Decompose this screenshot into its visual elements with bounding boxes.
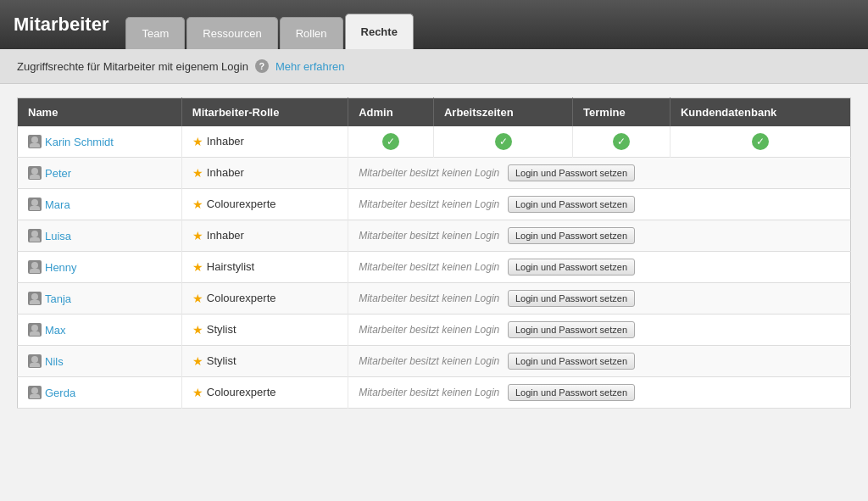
employee-role-cell: ★Colourexperte	[181, 283, 348, 315]
no-login-cell: Mitarbeiter besitzt keinen Login Login u…	[348, 315, 851, 346]
no-login-cell: Mitarbeiter besitzt keinen Login Login u…	[348, 377, 851, 409]
col-header-admin: Admin	[348, 98, 434, 127]
set-login-button[interactable]: Login und Passwort setzen	[508, 164, 635, 181]
no-login-text: Mitarbeiter besitzt keinen Login	[359, 324, 499, 336]
tab-rollen[interactable]: Rollen	[280, 17, 343, 49]
employee-icon	[28, 323, 42, 337]
role-text: Stylist	[207, 323, 236, 336]
employee-name-link[interactable]: Mara	[45, 198, 70, 211]
info-bar: Zugriffsrechte für Mitarbeiter mit eigen…	[0, 49, 868, 84]
employee-role-cell: ★Inhaber	[181, 220, 348, 252]
employee-icon	[28, 354, 42, 368]
no-login-text: Mitarbeiter besitzt keinen Login	[359, 230, 499, 242]
header-row: NameMitarbeiter-RolleAdminArbeitszeitenT…	[18, 98, 851, 127]
role-text: Hairstylist	[207, 260, 254, 273]
employee-role-cell: ★Colourexperte	[181, 189, 348, 220]
help-icon[interactable]: ?	[255, 59, 269, 73]
employee-icon	[28, 229, 42, 242]
col-header-kundendatenbank: Kundendatenbank	[670, 98, 850, 127]
star-icon: ★	[192, 354, 203, 368]
role-text: Colourexperte	[207, 386, 276, 398]
employee-icon	[28, 135, 42, 148]
set-login-button[interactable]: Login und Passwort setzen	[508, 353, 635, 370]
termine-cell	[573, 126, 670, 158]
role-text: Colourexperte	[207, 198, 276, 210]
employee-role-cell: ★Colourexperte	[181, 377, 348, 409]
employee-name-link[interactable]: Nils	[45, 355, 64, 368]
employee-icon	[28, 166, 42, 180]
check-icon	[382, 133, 399, 150]
employee-name-cell: Max	[18, 315, 182, 346]
employee-name-cell: Henny	[18, 252, 182, 283]
check-icon	[613, 133, 630, 150]
no-login-text: Mitarbeiter besitzt keinen Login	[359, 261, 499, 273]
employee-name-cell: Luisa	[18, 220, 182, 252]
table-row: Peter ★Inhaber Mitarbeiter besitzt keine…	[18, 158, 851, 189]
mehr-erfahren-link[interactable]: Mehr erfahren	[275, 60, 345, 73]
employee-name-cell: Karin Schmidt	[18, 126, 182, 158]
set-login-button[interactable]: Login und Passwort setzen	[508, 227, 635, 244]
employee-name-link[interactable]: Max	[45, 324, 66, 337]
table-header: NameMitarbeiter-RolleAdminArbeitszeitenT…	[18, 98, 851, 127]
star-icon: ★	[192, 292, 203, 305]
table-row: Max ★Stylist Mitarbeiter besitzt keinen …	[18, 315, 851, 346]
employee-name-link[interactable]: Luisa	[45, 230, 71, 242]
employee-name-cell: Tanja	[18, 283, 182, 315]
arbeitszeiten-cell	[433, 126, 572, 158]
table-wrapper: NameMitarbeiter-RolleAdminArbeitszeitenT…	[0, 84, 868, 422]
no-login-cell: Mitarbeiter besitzt keinen Login Login u…	[348, 158, 851, 189]
employee-icon	[28, 292, 42, 305]
employee-role-cell: ★Inhaber	[181, 158, 348, 189]
role-text: Colourexperte	[207, 292, 276, 304]
tab-bar: TeamRessourcenRollenRechte	[125, 0, 413, 49]
no-login-text: Mitarbeiter besitzt keinen Login	[359, 292, 499, 304]
header: Mitarbeiter TeamRessourcenRollenRechte	[0, 0, 868, 49]
no-login-cell: Mitarbeiter besitzt keinen Login Login u…	[348, 346, 851, 377]
tab-rechte[interactable]: Rechte	[345, 14, 414, 49]
set-login-button[interactable]: Login und Passwort setzen	[508, 290, 635, 307]
content-area: Zugriffsrechte für Mitarbeiter mit eigen…	[0, 49, 868, 501]
col-header-name: Name	[18, 98, 182, 127]
employee-name-link[interactable]: Tanja	[45, 292, 71, 305]
table-body: Karin Schmidt ★Inhaber Peter ★Inhaber Mi…	[18, 126, 851, 409]
table-row: Henny ★Hairstylist Mitarbeiter besitzt k…	[18, 252, 851, 283]
employee-icon	[28, 386, 42, 399]
set-login-button[interactable]: Login und Passwort setzen	[508, 321, 635, 338]
table-row: Nils ★Stylist Mitarbeiter besitzt keinen…	[18, 346, 851, 377]
employee-name-cell: Gerda	[18, 377, 182, 409]
no-login-text: Mitarbeiter besitzt keinen Login	[359, 387, 499, 398]
employee-name-link[interactable]: Gerda	[45, 387, 75, 399]
star-icon: ★	[192, 198, 203, 211]
table-row: Tanja ★Colourexperte Mitarbeiter besitzt…	[18, 283, 851, 315]
no-login-cell: Mitarbeiter besitzt keinen Login Login u…	[348, 189, 851, 220]
check-icon	[495, 133, 512, 150]
check-icon	[752, 133, 769, 150]
info-text: Zugriffsrechte für Mitarbeiter mit eigen…	[17, 60, 248, 73]
set-login-button[interactable]: Login und Passwort setzen	[508, 196, 635, 213]
no-login-text: Mitarbeiter besitzt keinen Login	[359, 167, 499, 179]
no-login-cell: Mitarbeiter besitzt keinen Login Login u…	[348, 252, 851, 283]
employees-table: NameMitarbeiter-RolleAdminArbeitszeitenT…	[17, 97, 851, 409]
table-row: Mara ★Colourexperte Mitarbeiter besitzt …	[18, 189, 851, 220]
employee-name-link[interactable]: Peter	[45, 167, 71, 180]
star-icon: ★	[192, 386, 203, 399]
role-text: Inhaber	[207, 229, 244, 242]
employee-name-link[interactable]: Henny	[45, 261, 77, 274]
employee-role-cell: ★Inhaber	[181, 126, 348, 158]
no-login-text: Mitarbeiter besitzt keinen Login	[359, 198, 499, 210]
admin-cell	[348, 126, 434, 158]
no-login-cell: Mitarbeiter besitzt keinen Login Login u…	[348, 283, 851, 315]
employee-icon	[28, 198, 42, 211]
set-login-button[interactable]: Login und Passwort setzen	[508, 259, 635, 276]
star-icon: ★	[192, 135, 203, 148]
tab-team[interactable]: Team	[125, 17, 185, 49]
employee-name-link[interactable]: Karin Schmidt	[45, 136, 114, 148]
employee-role-cell: ★Stylist	[181, 346, 348, 377]
table-row: Karin Schmidt ★Inhaber	[18, 126, 851, 158]
set-login-button[interactable]: Login und Passwort setzen	[508, 384, 635, 401]
tab-ressourcen[interactable]: Ressourcen	[186, 17, 277, 49]
star-icon: ★	[192, 229, 203, 242]
role-text: Inhaber	[207, 135, 244, 148]
employee-role-cell: ★Hairstylist	[181, 252, 348, 283]
employee-role-cell: ★Stylist	[181, 315, 348, 346]
